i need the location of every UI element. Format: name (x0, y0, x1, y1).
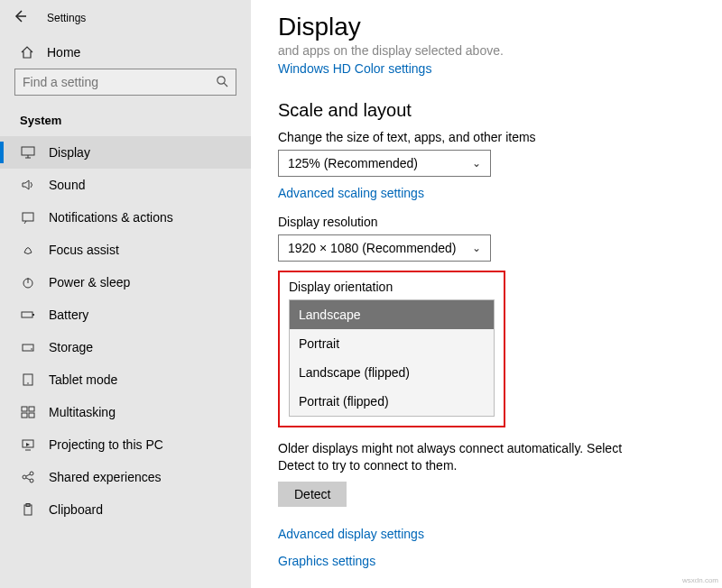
resolution-label: Display resolution (278, 215, 695, 229)
sidebar-item-label: Power & sleep (49, 275, 130, 289)
sidebar-item-label: Storage (49, 340, 93, 354)
svg-line-22 (26, 474, 30, 476)
svg-rect-17 (29, 413, 34, 418)
sidebar-item-notifications[interactable]: Notifications & actions (0, 201, 251, 234)
chevron-down-icon: ⌄ (472, 157, 481, 170)
sidebar-item-label: Notifications & actions (49, 210, 173, 225)
battery-icon (20, 308, 36, 321)
svg-point-11 (31, 348, 32, 350)
search-icon (216, 75, 228, 90)
home-icon (20, 45, 34, 60)
orientation-option-portrait-flipped[interactable]: Portrait (flipped) (290, 387, 494, 416)
back-button[interactable] (13, 9, 27, 27)
home-nav[interactable]: Home (0, 36, 251, 69)
orientation-option-landscape-flipped[interactable]: Landscape (flipped) (290, 358, 494, 387)
orientation-label: Display orientation (289, 280, 495, 294)
sidebar-item-label: Battery (49, 308, 88, 322)
tablet-icon (20, 373, 36, 386)
advanced-display-link[interactable]: Advanced display settings (278, 527, 695, 541)
watermark: wsxdn.com (682, 576, 718, 584)
svg-point-21 (30, 479, 33, 482)
orientation-option-portrait[interactable]: Portrait (290, 329, 494, 358)
resolution-value: 1920 × 1080 (Recommended) (288, 241, 456, 255)
arrow-left-icon (13, 9, 27, 23)
sidebar-item-label: Display (49, 145, 90, 160)
sidebar-item-tablet-mode[interactable]: Tablet mode (0, 363, 251, 396)
notifications-icon (20, 211, 36, 224)
detect-paragraph: Older displays might not always connect … (278, 440, 648, 474)
clipboard-icon (20, 503, 36, 516)
svg-rect-2 (22, 147, 34, 155)
sidebar-item-label: Tablet mode (49, 372, 117, 387)
sidebar-item-label: Clipboard (49, 502, 103, 517)
power-icon (20, 276, 36, 289)
scale-select[interactable]: 125% (Recommended) ⌄ (278, 150, 491, 177)
advanced-scaling-link[interactable]: Advanced scaling settings (278, 186, 695, 200)
sidebar-item-focus-assist[interactable]: Focus assist (0, 234, 251, 266)
display-icon (20, 146, 36, 159)
orientation-highlight: Display orientation Landscape Portrait L… (278, 271, 505, 427)
svg-rect-15 (29, 407, 34, 411)
sidebar: Settings Home System Display (0, 0, 251, 588)
svg-point-13 (27, 382, 29, 384)
sidebar-item-label: Focus assist (49, 243, 119, 257)
sidebar-item-multitasking[interactable]: Multitasking (0, 396, 251, 428)
svg-rect-5 (23, 213, 33, 221)
sidebar-item-label: Projecting to this PC (49, 437, 163, 452)
chevron-down-icon: ⌄ (472, 242, 481, 254)
category-label: System (0, 108, 251, 136)
svg-point-20 (30, 472, 33, 475)
svg-line-1 (224, 83, 227, 87)
svg-rect-14 (22, 407, 27, 411)
orientation-option-landscape[interactable]: Landscape (290, 300, 494, 329)
scale-label: Change the size of text, apps, and other… (278, 130, 695, 144)
sidebar-item-label: Multitasking (49, 405, 116, 419)
focus-icon (20, 243, 36, 256)
page-title: Display (278, 13, 695, 41)
graphics-settings-link[interactable]: Graphics settings (278, 554, 695, 568)
svg-rect-10 (23, 345, 33, 351)
svg-rect-8 (22, 312, 32, 317)
sidebar-item-display[interactable]: Display (0, 136, 251, 169)
main-content: Display and apps on the display selected… (251, 0, 722, 588)
svg-point-0 (218, 76, 225, 83)
search-box[interactable] (14, 69, 236, 96)
sidebar-item-power[interactable]: Power & sleep (0, 266, 251, 299)
scale-value: 125% (Recommended) (288, 156, 418, 170)
sidebar-item-label: Sound (49, 178, 85, 192)
search-wrap (0, 69, 251, 108)
hd-color-link[interactable]: Windows HD Color settings (278, 61, 431, 76)
sidebar-item-storage[interactable]: Storage (0, 331, 251, 363)
svg-rect-16 (22, 413, 27, 418)
sidebar-item-battery[interactable]: Battery (0, 299, 251, 331)
svg-line-23 (26, 478, 30, 480)
orientation-dropdown[interactable]: Landscape Portrait Landscape (flipped) P… (289, 299, 495, 417)
sidebar-header: Settings (0, 0, 251, 36)
svg-point-19 (23, 475, 26, 479)
sidebar-item-shared[interactable]: Shared experiences (0, 461, 251, 493)
multitask-icon (20, 406, 36, 418)
storage-icon (20, 341, 36, 354)
sidebar-item-projecting[interactable]: Projecting to this PC (0, 428, 251, 461)
sidebar-item-sound[interactable]: Sound (0, 169, 251, 201)
project-icon (20, 438, 36, 451)
nav-list: Display Sound Notifications & actions Fo… (0, 136, 251, 526)
subline-text: and apps on the display selected above. (278, 43, 695, 58)
home-label: Home (47, 45, 80, 60)
sidebar-item-label: Shared experiences (49, 470, 162, 484)
scale-section-title: Scale and layout (278, 100, 695, 121)
resolution-select[interactable]: 1920 × 1080 (Recommended) ⌄ (278, 234, 491, 262)
shared-icon (20, 471, 36, 483)
sidebar-item-clipboard[interactable]: Clipboard (0, 493, 251, 526)
search-input[interactable] (23, 75, 216, 89)
detect-button[interactable]: Detect (278, 482, 347, 507)
sound-icon (20, 179, 36, 191)
settings-title: Settings (47, 12, 86, 24)
svg-rect-9 (32, 314, 34, 316)
